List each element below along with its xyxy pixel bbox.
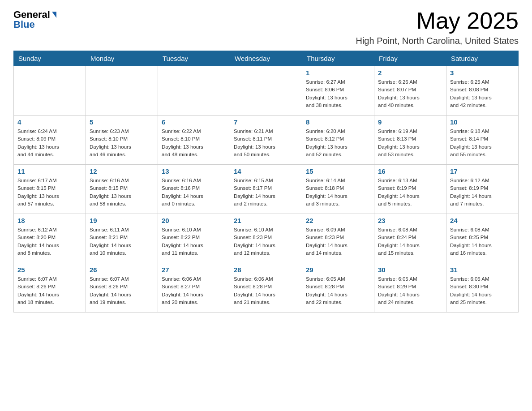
day-number: 17 bbox=[450, 167, 515, 175]
col-tuesday: Tuesday bbox=[158, 51, 230, 66]
table-row: 17Sunrise: 6:12 AM Sunset: 8:19 PM Dayli… bbox=[446, 165, 519, 214]
location-title: High Point, North Carolina, United State… bbox=[356, 36, 519, 46]
table-row: 6Sunrise: 6:22 AM Sunset: 8:10 PM Daylig… bbox=[158, 116, 230, 165]
day-info: Sunrise: 6:26 AM Sunset: 8:07 PM Dayligh… bbox=[378, 78, 442, 109]
table-row: 26Sunrise: 6:07 AM Sunset: 8:26 PM Dayli… bbox=[86, 263, 158, 313]
col-saturday: Saturday bbox=[446, 51, 519, 66]
day-number: 30 bbox=[378, 266, 442, 274]
table-row: 29Sunrise: 6:05 AM Sunset: 8:28 PM Dayli… bbox=[302, 263, 374, 313]
day-info: Sunrise: 6:20 AM Sunset: 8:12 PM Dayligh… bbox=[306, 128, 370, 158]
day-info: Sunrise: 6:11 AM Sunset: 8:21 PM Dayligh… bbox=[90, 226, 154, 257]
table-row: 14Sunrise: 6:15 AM Sunset: 8:17 PM Dayli… bbox=[230, 165, 302, 214]
table-row: 31Sunrise: 6:05 AM Sunset: 8:30 PM Dayli… bbox=[446, 263, 519, 313]
table-row: 11Sunrise: 6:17 AM Sunset: 8:15 PM Dayli… bbox=[14, 165, 86, 214]
col-friday: Friday bbox=[374, 51, 446, 66]
table-row: 2Sunrise: 6:26 AM Sunset: 8:07 PM Daylig… bbox=[374, 66, 446, 116]
day-number: 28 bbox=[234, 266, 298, 274]
table-row: 5Sunrise: 6:23 AM Sunset: 8:10 PM Daylig… bbox=[86, 116, 158, 165]
table-row bbox=[230, 66, 302, 116]
table-row bbox=[86, 66, 158, 116]
day-number: 18 bbox=[17, 217, 82, 224]
day-info: Sunrise: 6:19 AM Sunset: 8:13 PM Dayligh… bbox=[378, 128, 442, 158]
day-info: Sunrise: 6:06 AM Sunset: 8:27 PM Dayligh… bbox=[162, 275, 226, 306]
calendar-week-row: 18Sunrise: 6:12 AM Sunset: 8:20 PM Dayli… bbox=[14, 214, 519, 263]
col-sunday: Sunday bbox=[14, 51, 86, 66]
day-info: Sunrise: 6:18 AM Sunset: 8:14 PM Dayligh… bbox=[450, 128, 515, 158]
table-row: 20Sunrise: 6:10 AM Sunset: 8:22 PM Dayli… bbox=[158, 214, 230, 263]
day-info: Sunrise: 6:10 AM Sunset: 8:23 PM Dayligh… bbox=[234, 226, 298, 257]
day-info: Sunrise: 6:14 AM Sunset: 8:18 PM Dayligh… bbox=[306, 177, 370, 208]
calendar-week-row: 4Sunrise: 6:24 AM Sunset: 8:09 PM Daylig… bbox=[14, 116, 519, 165]
day-info: Sunrise: 6:16 AM Sunset: 8:16 PM Dayligh… bbox=[162, 177, 226, 208]
day-number: 16 bbox=[378, 167, 442, 175]
day-info: Sunrise: 6:07 AM Sunset: 8:26 PM Dayligh… bbox=[17, 275, 82, 306]
day-number: 19 bbox=[90, 217, 154, 224]
table-row: 4Sunrise: 6:24 AM Sunset: 8:09 PM Daylig… bbox=[14, 116, 86, 165]
table-row: 19Sunrise: 6:11 AM Sunset: 8:21 PM Dayli… bbox=[86, 214, 158, 263]
calendar-table: Sunday Monday Tuesday Wednesday Thursday… bbox=[13, 51, 519, 313]
day-number: 6 bbox=[162, 118, 226, 126]
logo-arrow-icon bbox=[52, 12, 56, 18]
day-number: 2 bbox=[378, 69, 442, 77]
table-row: 13Sunrise: 6:16 AM Sunset: 8:16 PM Dayli… bbox=[158, 165, 230, 214]
day-number: 21 bbox=[234, 217, 298, 224]
day-info: Sunrise: 6:27 AM Sunset: 8:06 PM Dayligh… bbox=[306, 78, 370, 109]
day-number: 27 bbox=[162, 266, 226, 274]
day-number: 24 bbox=[450, 217, 515, 224]
calendar-week-row: 11Sunrise: 6:17 AM Sunset: 8:15 PM Dayli… bbox=[14, 165, 519, 214]
day-info: Sunrise: 6:13 AM Sunset: 8:19 PM Dayligh… bbox=[378, 177, 442, 208]
table-row: 22Sunrise: 6:09 AM Sunset: 8:23 PM Dayli… bbox=[302, 214, 374, 263]
table-row: 8Sunrise: 6:20 AM Sunset: 8:12 PM Daylig… bbox=[302, 116, 374, 165]
day-number: 26 bbox=[90, 266, 154, 274]
day-number: 31 bbox=[450, 266, 515, 274]
day-info: Sunrise: 6:10 AM Sunset: 8:22 PM Dayligh… bbox=[162, 226, 226, 257]
calendar-header-row: Sunday Monday Tuesday Wednesday Thursday… bbox=[14, 51, 519, 66]
day-info: Sunrise: 6:05 AM Sunset: 8:29 PM Dayligh… bbox=[378, 275, 442, 306]
day-info: Sunrise: 6:08 AM Sunset: 8:25 PM Dayligh… bbox=[450, 226, 515, 257]
day-info: Sunrise: 6:23 AM Sunset: 8:10 PM Dayligh… bbox=[90, 128, 154, 158]
day-number: 1 bbox=[306, 69, 370, 77]
day-number: 4 bbox=[17, 118, 82, 126]
day-number: 3 bbox=[450, 69, 515, 77]
day-number: 10 bbox=[450, 118, 515, 126]
day-number: 25 bbox=[17, 266, 82, 274]
table-row: 7Sunrise: 6:21 AM Sunset: 8:11 PM Daylig… bbox=[230, 116, 302, 165]
day-number: 13 bbox=[162, 167, 226, 175]
day-number: 15 bbox=[306, 167, 370, 175]
table-row: 28Sunrise: 6:06 AM Sunset: 8:28 PM Dayli… bbox=[230, 263, 302, 313]
day-number: 29 bbox=[306, 266, 370, 274]
day-number: 7 bbox=[234, 118, 298, 126]
table-row: 10Sunrise: 6:18 AM Sunset: 8:14 PM Dayli… bbox=[446, 116, 519, 165]
day-number: 8 bbox=[306, 118, 370, 126]
calendar-week-row: 1Sunrise: 6:27 AM Sunset: 8:06 PM Daylig… bbox=[14, 66, 519, 116]
table-row: 24Sunrise: 6:08 AM Sunset: 8:25 PM Dayli… bbox=[446, 214, 519, 263]
table-row: 30Sunrise: 6:05 AM Sunset: 8:29 PM Dayli… bbox=[374, 263, 446, 313]
day-info: Sunrise: 6:09 AM Sunset: 8:23 PM Dayligh… bbox=[306, 226, 370, 257]
col-wednesday: Wednesday bbox=[230, 51, 302, 66]
day-info: Sunrise: 6:06 AM Sunset: 8:28 PM Dayligh… bbox=[234, 275, 298, 306]
day-info: Sunrise: 6:22 AM Sunset: 8:10 PM Dayligh… bbox=[162, 128, 226, 158]
table-row: 21Sunrise: 6:10 AM Sunset: 8:23 PM Dayli… bbox=[230, 214, 302, 263]
col-monday: Monday bbox=[86, 51, 158, 66]
day-number: 23 bbox=[378, 217, 442, 224]
table-row: 12Sunrise: 6:16 AM Sunset: 8:15 PM Dayli… bbox=[86, 165, 158, 214]
day-info: Sunrise: 6:07 AM Sunset: 8:26 PM Dayligh… bbox=[90, 275, 154, 306]
table-row bbox=[14, 66, 86, 116]
table-row: 18Sunrise: 6:12 AM Sunset: 8:20 PM Dayli… bbox=[14, 214, 86, 263]
logo: General Blue bbox=[13, 9, 56, 30]
day-info: Sunrise: 6:17 AM Sunset: 8:15 PM Dayligh… bbox=[17, 177, 82, 208]
table-row: 23Sunrise: 6:08 AM Sunset: 8:24 PM Dayli… bbox=[374, 214, 446, 263]
day-info: Sunrise: 6:08 AM Sunset: 8:24 PM Dayligh… bbox=[378, 226, 442, 257]
day-info: Sunrise: 6:05 AM Sunset: 8:28 PM Dayligh… bbox=[306, 275, 370, 306]
col-thursday: Thursday bbox=[302, 51, 374, 66]
calendar-week-row: 25Sunrise: 6:07 AM Sunset: 8:26 PM Dayli… bbox=[14, 263, 519, 313]
title-section: May 2025 High Point, North Carolina, Uni… bbox=[356, 9, 519, 46]
table-row: 27Sunrise: 6:06 AM Sunset: 8:27 PM Dayli… bbox=[158, 263, 230, 313]
day-info: Sunrise: 6:12 AM Sunset: 8:20 PM Dayligh… bbox=[17, 226, 82, 257]
table-row bbox=[158, 66, 230, 116]
day-number: 22 bbox=[306, 217, 370, 224]
page-header: General Blue May 2025 High Point, North … bbox=[13, 9, 519, 46]
table-row: 1Sunrise: 6:27 AM Sunset: 8:06 PM Daylig… bbox=[302, 66, 374, 116]
day-number: 11 bbox=[17, 167, 82, 175]
table-row: 3Sunrise: 6:25 AM Sunset: 8:08 PM Daylig… bbox=[446, 66, 519, 116]
